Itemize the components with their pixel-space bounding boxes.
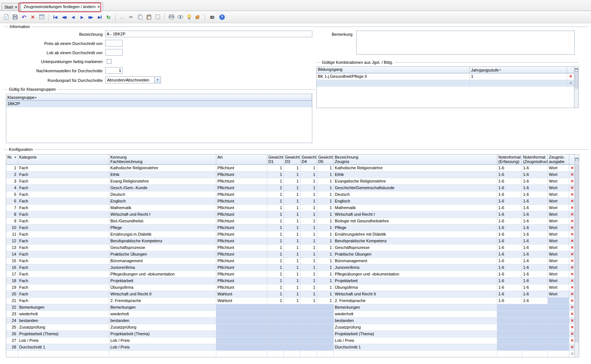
- delete-row-icon[interactable]: ✕: [570, 226, 574, 230]
- delete-row-icon[interactable]: ✕: [570, 259, 574, 263]
- kombination-empty-row[interactable]: ✕: [317, 80, 574, 87]
- delete-row-icon[interactable]: ✕: [570, 292, 574, 296]
- konfiguration-row[interactable]: 11FachErnährungsl.m.DiätetikPflichtunt11…: [6, 231, 574, 238]
- konfiguration-row[interactable]: 18FachProjektarbeitPflichtunt1111Projekt…: [6, 278, 574, 284]
- column-header[interactable]: GewichtD1: [267, 155, 284, 164]
- konfiguration-row[interactable]: 2FachEthikPflichtunt1111Ethik1-61-6Wort✕: [6, 171, 574, 178]
- delete-row-icon[interactable]: ✕: [570, 325, 574, 329]
- konfiguration-scrollbar[interactable]: [575, 154, 579, 357]
- konfiguration-row[interactable]: 10FachPflegePflichtunt1111Pflege1-61-6Wo…: [6, 225, 574, 231]
- edit-mask-button[interactable]: [38, 13, 46, 21]
- fast-forward-button[interactable]: ▶▶: [87, 13, 95, 21]
- tab-close-icon[interactable]: ×: [15, 5, 17, 9]
- konfiguration-row[interactable]: 14FachPraktische ÜbungenPflichtunt1111Pr…: [6, 251, 574, 258]
- bildungsgang-column-header[interactable]: Bildungsgang: [317, 67, 470, 73]
- hint-button[interactable]: [185, 13, 193, 21]
- delete-row-icon[interactable]: ✕: [570, 246, 574, 250]
- konfiguration-row[interactable]: 17FachPflegeübungen und -dokumentationPf…: [6, 271, 574, 278]
- delete-row-icon[interactable]: ✕: [570, 332, 574, 336]
- delete-row-icon[interactable]: ✕: [570, 212, 574, 216]
- delete-row-icon[interactable]: ✕: [570, 266, 574, 270]
- delete-row-icon[interactable]: ✕: [570, 319, 574, 323]
- konfiguration-row[interactable]: 15FachBüromanagementPflichtunt1111Büroma…: [6, 258, 574, 264]
- scrollbar-thumb[interactable]: [575, 165, 578, 342]
- kombinationen-scrollbar[interactable]: [574, 66, 579, 108]
- jahrgangsstufe-column-header[interactable]: Jahrgangsstufe▼: [470, 67, 567, 73]
- tab-close-icon[interactable]: ×: [97, 4, 100, 9]
- delete-row-icon[interactable]: ✕: [570, 312, 574, 316]
- column-header[interactable]: GewichtD4: [300, 155, 317, 164]
- klassengruppe-row[interactable]: 1BK2P: [6, 101, 312, 107]
- select-button[interactable]: [154, 13, 162, 21]
- print-button[interactable]: [167, 13, 175, 21]
- konfiguration-row[interactable]: 26Projektarbeit (Thema)Projektarbeit (Th…: [6, 331, 574, 337]
- chevron-down-icon[interactable]: ▼: [499, 68, 501, 72]
- delete-row-icon[interactable]: ✕: [570, 252, 574, 256]
- column-header[interactable]: Nr.▲: [6, 155, 18, 164]
- konfiguration-row[interactable]: 21Fach2. FremdspracheWahlunt11112. Fremd…: [6, 298, 574, 304]
- konfiguration-row[interactable]: 28Durchschnitt 1Lob / PreisDurchschnitt …: [6, 344, 574, 351]
- column-header[interactable]: Notenformat(Erfassung): [497, 155, 522, 164]
- column-header[interactable]: KennungFachbezeichnung: [109, 155, 216, 164]
- save-button[interactable]: [11, 13, 19, 21]
- first-record-button[interactable]: ◀: [51, 13, 59, 21]
- delete-row-icon[interactable]: ✕: [570, 279, 574, 283]
- konfiguration-row[interactable]: 20FachWirtschaft und Recht IIWahlunt1111…: [6, 291, 574, 298]
- column-header[interactable]: Kategorie: [18, 155, 109, 164]
- delete-row-icon[interactable]: ✕: [570, 239, 574, 243]
- delete-row-icon[interactable]: ✕: [570, 219, 574, 223]
- delete-row-icon[interactable]: ✕: [570, 186, 574, 190]
- delete-row-icon[interactable]: ✕: [570, 232, 574, 236]
- nachkommastellen-input[interactable]: [105, 67, 123, 74]
- delete-row-icon[interactable]: ✕: [570, 179, 574, 183]
- scrollbar-thumb[interactable]: [575, 74, 578, 89]
- tab-zeugniseinstellungen[interactable]: Zeugniseinstellungen festlegen / ändern …: [21, 2, 103, 11]
- konfiguration-row[interactable]: 4FachGesch./Gem.-KundePflichtunt1111Gesc…: [6, 185, 574, 191]
- help-button[interactable]: ?: [218, 13, 226, 21]
- konfiguration-row[interactable]: 8FachWirtschaft und Recht IPflichtunt111…: [6, 211, 574, 218]
- preview-button[interactable]: [176, 13, 184, 21]
- konfiguration-row[interactable]: 13FachGeschäftsprozessePflichtunt1111Ges…: [6, 245, 574, 251]
- konfiguration-row[interactable]: 3FachEvang.ReligionslehrePflichtunt1111E…: [6, 178, 574, 185]
- column-header[interactable]: Zeugnis-ausgabe: [548, 155, 569, 164]
- new-row-placeholder[interactable]: ✕: [6, 351, 574, 357]
- fast-backward-button[interactable]: ◀◀: [60, 13, 68, 21]
- bemerkung-textarea[interactable]: [356, 31, 575, 55]
- column-header[interactable]: GewichtD3: [284, 155, 300, 164]
- column-header[interactable]: BezeichnungZeugnis: [334, 155, 497, 164]
- delete-row-icon[interactable]: ✕: [570, 345, 574, 349]
- new-record-button[interactable]: [2, 13, 10, 21]
- konfiguration-row[interactable]: 19FachÜbungsfirmaPflichtunt1111Übungsfir…: [6, 284, 574, 291]
- column-chooser-button[interactable]: [574, 67, 578, 73]
- konfiguration-row[interactable]: 16FachJuniorenfirmaPflichtunt1111Juniore…: [6, 264, 574, 271]
- back-button[interactable]: ←: [118, 13, 126, 21]
- announce-button[interactable]: [194, 13, 202, 21]
- delete-row-icon[interactable]: ✕: [570, 199, 574, 203]
- konfiguration-row[interactable]: 9FachBiol./Gesundheitsl.Pflichtunt1111Bi…: [6, 218, 574, 225]
- undo-button[interactable]: ↶: [20, 13, 28, 21]
- delete-row-icon[interactable]: ✕: [570, 285, 574, 290]
- konfiguration-row[interactable]: 24bestandenbestandenbestanden✕: [6, 318, 574, 324]
- konfiguration-row[interactable]: 22BemerkungenBemerkungenBemerkungen✕: [6, 304, 574, 311]
- paste-button[interactable]: [145, 13, 153, 21]
- delete-row-icon[interactable]: ✕: [570, 206, 574, 210]
- previous-record-button[interactable]: ◀: [69, 13, 77, 21]
- konfiguration-row[interactable]: 27Lob / PreisLob / PreisLob / Preis✕: [6, 337, 574, 344]
- konfiguration-row[interactable]: 23wiederholtwiederholtwiederholt✕: [6, 311, 574, 318]
- klassengruppe-column-header[interactable]: Klassengruppe ▲: [6, 94, 312, 100]
- delete-row-icon[interactable]: ✕: [570, 166, 574, 170]
- chevron-down-icon[interactable]: ▼: [154, 77, 161, 83]
- konfiguration-row[interactable]: 5FachDeutschPflichtunt1111Deutsch1-61-6W…: [6, 191, 574, 198]
- konfiguration-row[interactable]: 6FachEnglischPflichtunt1111Englisch1-61-…: [6, 198, 574, 205]
- tab-start[interactable]: Start ×: [1, 3, 20, 11]
- kombination-row[interactable]: BK 1-j.Gesundheit/Pflege II1✕: [317, 73, 574, 80]
- refresh-button[interactable]: ↻: [104, 13, 113, 21]
- copy-button[interactable]: [136, 13, 144, 21]
- preis-ab-durchschnitt-input[interactable]: [105, 40, 123, 46]
- column-header[interactable]: Art: [216, 155, 267, 164]
- delete-button[interactable]: ✕: [29, 13, 37, 21]
- konfiguration-row[interactable]: 1FachKatholische ReligionslehrePflichtun…: [6, 165, 574, 171]
- delete-row-icon[interactable]: ✕: [570, 299, 574, 303]
- bezeichnung-input[interactable]: [105, 31, 312, 37]
- delete-row-icon[interactable]: ✕: [570, 305, 574, 309]
